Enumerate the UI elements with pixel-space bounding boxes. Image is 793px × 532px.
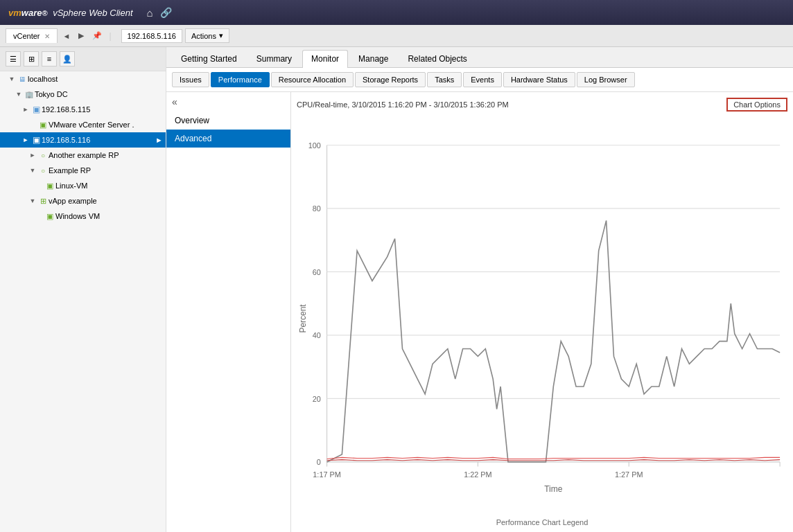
left-nav-overview[interactable]: Overview	[166, 112, 290, 130]
subtab-log-browser[interactable]: Log Browser	[577, 72, 635, 87]
top-bar-actions: ⌂ 🔗	[147, 7, 172, 19]
server-icon: ▣	[31, 134, 42, 145]
arrow-icon: ►	[21, 136, 31, 143]
tab-summary[interactable]: Summary	[247, 50, 301, 67]
sidebar-item-host116[interactable]: ► ▣ 192.168.5.116 ►	[0, 132, 166, 148]
subtab-resource-allocation[interactable]: Resource Allocation	[271, 72, 354, 87]
main-layout: ☰ ⊞ ≡ 👤 ▼ 🖥 localhost ▼ 🏢 Tokyo DC ► ▣	[0, 47, 793, 532]
back-button[interactable]: ◄	[60, 30, 73, 42]
sidebar-item-windows-vm[interactable]: ▣ Windows VM	[0, 209, 166, 224]
address-bar: vCenter ✕ ◄ ▶ 📌 | 192.168.5.116 Actions …	[0, 25, 793, 47]
sidebar-view-btn-2[interactable]: ⊞	[24, 51, 39, 66]
left-nav-toggle[interactable]: «	[166, 92, 290, 112]
sidebar-item-label: Another example RP	[49, 151, 119, 159]
sidebar-item-label: 192.168.5.116	[42, 136, 90, 144]
forward-button[interactable]: ▶	[76, 30, 87, 42]
arrow-icon: ►	[28, 152, 37, 159]
content-panel: Getting Started Summary Monitor Manage R…	[166, 47, 793, 532]
sidebar-item-linux-vm[interactable]: ▣ Linux-VM	[0, 178, 166, 193]
sidebar-view-btn-1[interactable]: ☰	[6, 51, 21, 66]
separator: |	[109, 31, 111, 41]
arrow-icon: ▼	[14, 91, 24, 98]
sidebar-item-label: vApp example	[49, 197, 97, 205]
top-bar: vmware® vSphere Web Client ⌂ 🔗	[0, 0, 793, 25]
sidebar-item-label: VMware vCenter Server .	[49, 121, 134, 129]
close-icon[interactable]: ✕	[44, 33, 50, 40]
sidebar-view-btn-4[interactable]: 👤	[60, 51, 75, 66]
svg-text:80: 80	[313, 204, 321, 213]
arrow-icon: ▼	[7, 76, 17, 82]
pin-button[interactable]: 📌	[89, 30, 105, 42]
sidebar-item-host115[interactable]: ► ▣ 192.168.5.115	[0, 102, 166, 117]
sub-tabs: Issues Performance Resource Allocation S…	[166, 68, 793, 92]
sidebar-item-another-rp[interactable]: ► ○ Another example RP	[0, 148, 166, 163]
chart-title: CPU/Real-time, 3/10/2015 1:16:20 PM - 3/…	[297, 100, 509, 109]
arrow-icon: ►	[21, 106, 31, 113]
subtab-tasks[interactable]: Tasks	[427, 72, 462, 87]
svg-text:1:27 PM: 1:27 PM	[615, 470, 643, 479]
vcenter-tab-label: vCenter	[13, 32, 40, 40]
arrow-icon: ▼	[28, 167, 37, 174]
host-icon: 🖥	[17, 73, 28, 85]
vcenter-tab[interactable]: vCenter ✕	[6, 28, 58, 43]
sidebar-item-label: localhost	[28, 75, 58, 83]
rp-icon: ○	[37, 165, 49, 176]
rp-icon: ○	[37, 150, 49, 161]
vm-icon: ▣	[44, 180, 55, 191]
svg-text:0: 0	[317, 458, 321, 466]
ip-address: 192.168.5.116	[121, 29, 182, 43]
sidebar-toolbar: ☰ ⊞ ≡ 👤	[0, 47, 166, 71]
svg-text:20: 20	[313, 395, 321, 403]
chart-footer: Performance Chart Legend	[297, 515, 787, 529]
sidebar-item-tokyodc[interactable]: ▼ 🏢 Tokyo DC	[0, 87, 166, 102]
sidebar-item-localhost[interactable]: ▼ 🖥 localhost	[0, 71, 166, 87]
arrow-right-icon: ►	[155, 136, 163, 144]
subtab-performance[interactable]: Performance	[211, 72, 270, 87]
subtab-events[interactable]: Events	[463, 72, 502, 87]
sidebar-item-label: Linux-VM	[55, 181, 87, 190]
sidebar-view-btn-3[interactable]: ≡	[42, 51, 57, 66]
datacenter-icon: 🏢	[24, 89, 35, 100]
svg-text:1:22 PM: 1:22 PM	[464, 470, 492, 479]
tab-monitor[interactable]: Monitor	[302, 50, 348, 68]
sidebar-item-vapp[interactable]: ▼ ⊞ vApp example	[0, 193, 166, 209]
chart-area: « Overview Advanced CPU/Real-time, 3/10/…	[166, 92, 793, 532]
subtab-storage-reports[interactable]: Storage Reports	[355, 72, 426, 87]
tab-manage[interactable]: Manage	[349, 50, 397, 67]
subtab-hardware-status[interactable]: Hardware Status	[503, 72, 575, 87]
sidebar-item-label: Windows VM	[55, 212, 100, 220]
main-tabs: Getting Started Summary Monitor Manage R…	[166, 47, 793, 68]
sidebar-item-label: 192.168.5.115	[42, 105, 90, 114]
svg-text:40: 40	[313, 331, 321, 339]
chevron-down-icon: ▾	[219, 31, 223, 40]
link-icon[interactable]: 🔗	[160, 7, 172, 19]
sidebar-tree: ▼ 🖥 localhost ▼ 🏢 Tokyo DC ► ▣ 192.168.5…	[0, 71, 166, 224]
svg-text:Percent: Percent	[298, 304, 308, 333]
tab-related-objects[interactable]: Related Objects	[399, 50, 476, 67]
sidebar-item-vcenter-server[interactable]: ▣ VMware vCenter Server .	[0, 117, 166, 132]
left-nav-advanced[interactable]: Advanced	[166, 130, 290, 148]
vm-icon: ▣	[37, 119, 49, 130]
sidebar: ☰ ⊞ ≡ 👤 ▼ 🖥 localhost ▼ 🏢 Tokyo DC ► ▣	[0, 47, 166, 532]
svg-text:100: 100	[308, 141, 321, 150]
vapp-icon: ⊞	[37, 195, 49, 206]
subtab-issues[interactable]: Issues	[172, 72, 209, 87]
tab-getting-started[interactable]: Getting Started	[172, 50, 246, 67]
svg-text:60: 60	[313, 268, 321, 276]
vm-icon: ▣	[44, 211, 55, 222]
sidebar-item-example-rp[interactable]: ▼ ○ Example RP	[0, 163, 166, 178]
chart-options-button[interactable]: Chart Options	[726, 98, 787, 112]
left-nav: « Overview Advanced	[166, 92, 291, 532]
chart-header: CPU/Real-time, 3/10/2015 1:16:20 PM - 3/…	[297, 95, 787, 114]
chart-panel: CPU/Real-time, 3/10/2015 1:16:20 PM - 3/…	[291, 92, 793, 532]
svg-text:Time: Time	[544, 484, 562, 494]
home-icon[interactable]: ⌂	[147, 7, 153, 19]
sidebar-item-label: Example RP	[49, 166, 91, 175]
arrow-icon: ▼	[28, 197, 37, 204]
chart-wrapper: Percent 100 80 60 40	[297, 114, 787, 515]
vmware-logo: vmware® vSphere Web Client	[8, 8, 133, 18]
chart-svg: Percent 100 80 60 40	[297, 114, 787, 515]
sidebar-item-label: Tokyo DC	[35, 90, 68, 98]
svg-text:1:17 PM: 1:17 PM	[313, 470, 341, 479]
actions-button[interactable]: Actions ▾	[185, 28, 229, 43]
